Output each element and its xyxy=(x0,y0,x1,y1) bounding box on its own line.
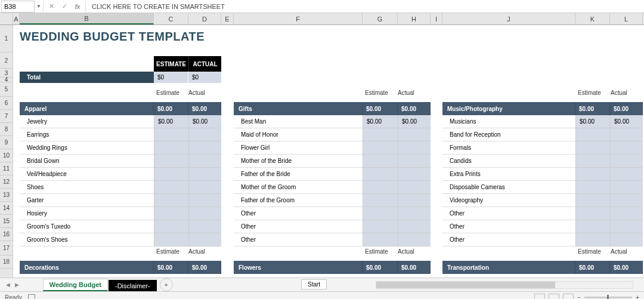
row-actual[interactable] xyxy=(610,233,643,246)
row-estimate[interactable] xyxy=(154,181,188,194)
row-header-1[interactable]: 1 xyxy=(0,25,13,53)
row-estimate[interactable] xyxy=(575,194,610,207)
row-actual[interactable]: $0.00 xyxy=(610,115,643,128)
zoom-slider[interactable] xyxy=(584,297,632,298)
row-label[interactable]: Other xyxy=(442,233,575,246)
row-actual[interactable] xyxy=(398,233,431,246)
row-label[interactable]: Formals xyxy=(442,141,575,155)
row-actual[interactable]: $0.00 xyxy=(188,115,221,128)
row-estimate[interactable] xyxy=(363,194,398,207)
row-header-16[interactable]: 16 xyxy=(0,228,13,241)
row-estimate[interactable] xyxy=(575,233,610,246)
section-header-actual[interactable]: $0.00 xyxy=(610,261,643,274)
row-label[interactable]: Jewelry xyxy=(20,115,154,128)
row-estimate[interactable] xyxy=(363,128,398,141)
col-header-F[interactable]: F xyxy=(234,13,363,24)
row-actual[interactable] xyxy=(188,220,221,233)
select-all-corner[interactable] xyxy=(0,13,13,24)
row-estimate[interactable] xyxy=(154,233,188,246)
row-header-15[interactable]: 15 xyxy=(0,215,13,228)
row-actual[interactable] xyxy=(398,181,431,194)
view-page-layout-icon[interactable] xyxy=(549,294,559,300)
row-label[interactable]: Other xyxy=(234,233,363,246)
row-estimate[interactable] xyxy=(154,207,188,220)
name-box[interactable]: B38 xyxy=(1,1,35,13)
section-header-actual[interactable]: $0.00 xyxy=(398,261,431,274)
row-label[interactable]: Mother of the Groom xyxy=(234,181,363,194)
col-header-I[interactable]: I xyxy=(431,13,442,24)
row-actual[interactable] xyxy=(610,168,643,181)
row-label[interactable]: Disposable Cameras xyxy=(442,181,575,194)
row-header-6[interactable]: 6 xyxy=(0,97,13,110)
row-actual[interactable] xyxy=(398,207,431,220)
sheet-tab-disclaimer[interactable]: -Disclaimer- xyxy=(109,280,157,291)
row-label[interactable]: Shoes xyxy=(20,181,154,194)
row-estimate[interactable] xyxy=(154,141,188,155)
row-label[interactable]: Groom's Shoes xyxy=(20,233,154,246)
total-estimate[interactable]: $0 xyxy=(154,72,188,83)
row-label[interactable]: Garter xyxy=(20,194,154,207)
view-normal-icon[interactable] xyxy=(534,294,545,300)
row-label[interactable]: Bridal Gown xyxy=(20,155,154,168)
row-header-9[interactable]: 9 xyxy=(0,136,13,149)
row-label[interactable]: Hosiery xyxy=(20,207,154,220)
formula-input[interactable] xyxy=(87,1,644,13)
row-header-13[interactable]: 13 xyxy=(0,189,13,202)
row-actual[interactable] xyxy=(398,194,431,207)
col-header-H[interactable]: H xyxy=(398,13,431,24)
row-actual[interactable] xyxy=(188,128,221,141)
zoom-in-icon[interactable]: + xyxy=(636,294,639,299)
row-label[interactable]: Maid of Honor xyxy=(234,128,363,141)
section-header-actual[interactable]: $0.00 xyxy=(188,102,221,115)
row-estimate[interactable] xyxy=(154,155,188,168)
section-header-estimate[interactable]: $0.00 xyxy=(154,102,188,115)
start-button[interactable]: Start xyxy=(301,279,327,289)
row-estimate[interactable] xyxy=(363,207,398,220)
row-estimate[interactable]: $0.00 xyxy=(363,115,398,128)
row-label[interactable]: Extra Prints xyxy=(442,168,575,181)
row-header-4[interactable]: 4 xyxy=(0,78,13,82)
row-estimate[interactable] xyxy=(154,220,188,233)
row-estimate[interactable] xyxy=(363,181,398,194)
section-header-estimate[interactable]: $0.00 xyxy=(575,261,610,274)
zoom-out-icon[interactable]: − xyxy=(577,294,581,299)
row-header-12[interactable]: 12 xyxy=(0,175,13,189)
col-header-D[interactable]: D xyxy=(188,13,221,24)
section-header-actual[interactable]: $0.00 xyxy=(398,102,431,115)
row-header-11[interactable]: 11 xyxy=(0,162,13,175)
col-header-L[interactable]: L xyxy=(610,13,643,24)
row-actual[interactable] xyxy=(188,181,221,194)
row-label[interactable]: Best Man xyxy=(234,115,363,128)
row-actual[interactable] xyxy=(188,168,221,181)
row-label[interactable]: Mother of the Bride xyxy=(234,155,363,168)
row-label[interactable]: Other xyxy=(442,207,575,220)
col-header-A[interactable]: A xyxy=(13,13,20,24)
section-header-actual[interactable]: $0.00 xyxy=(610,102,643,115)
col-header-C[interactable]: C xyxy=(154,13,188,24)
row-estimate[interactable] xyxy=(154,128,188,141)
row-estimate[interactable] xyxy=(575,220,610,233)
row-label[interactable]: Flower Girl xyxy=(234,141,363,155)
chevron-down-icon[interactable]: ▼ xyxy=(36,4,42,9)
row-actual[interactable]: $0.00 xyxy=(398,115,431,128)
zoom-slider-thumb[interactable] xyxy=(607,295,609,299)
total-actual[interactable]: $0 xyxy=(188,72,221,83)
macro-record-icon[interactable] xyxy=(28,294,35,300)
row-label[interactable]: Other xyxy=(234,207,363,220)
row-estimate[interactable] xyxy=(154,194,188,207)
row-label[interactable]: Father of the Bride xyxy=(234,168,363,181)
section-header-estimate[interactable]: $0.00 xyxy=(575,102,610,115)
row-header-7[interactable]: 7 xyxy=(0,110,13,123)
row-estimate[interactable]: $0.00 xyxy=(575,115,610,128)
section-header-estimate[interactable]: $0.00 xyxy=(363,261,398,274)
row-actual[interactable] xyxy=(188,207,221,220)
view-page-break-icon[interactable] xyxy=(563,294,574,300)
row-estimate[interactable] xyxy=(363,168,398,181)
row-actual[interactable] xyxy=(188,194,221,207)
scrollbar-thumb[interactable] xyxy=(376,282,555,288)
cancel-formula-icon[interactable]: ✕ xyxy=(45,1,58,13)
row-label[interactable]: Wedding Rings xyxy=(20,141,154,155)
row-header-18[interactable]: 18 xyxy=(0,255,13,269)
row-estimate[interactable] xyxy=(575,168,610,181)
row-estimate[interactable] xyxy=(363,233,398,246)
